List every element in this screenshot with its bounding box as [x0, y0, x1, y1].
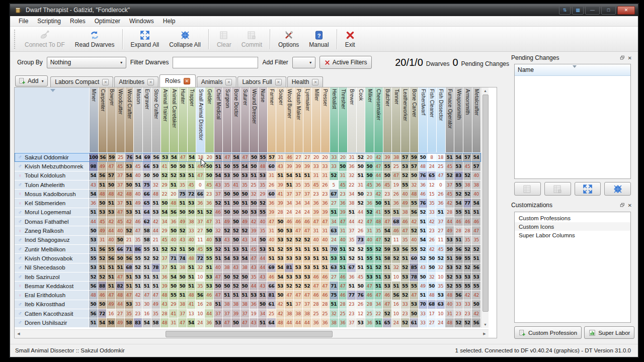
role-cell[interactable]: 24 [294, 208, 303, 217]
role-cell[interactable]: 23 [205, 190, 214, 199]
role-cell[interactable]: 52 [169, 171, 178, 180]
role-cell[interactable]: 45 [356, 273, 365, 282]
column-header-cook[interactable]: Cook [357, 87, 366, 152]
role-cell[interactable]: 50 [187, 245, 196, 254]
role-cell[interactable]: 40 [472, 190, 481, 199]
role-cell[interactable]: 35 [463, 236, 472, 245]
role-cell[interactable]: 38 [240, 263, 250, 273]
role-cell[interactable]: 53 [303, 273, 312, 282]
role-cell[interactable]: 55 [383, 208, 392, 217]
role-cell[interactable]: 41 [276, 190, 285, 199]
role-cell[interactable]: 56 [125, 254, 134, 263]
role-cell[interactable]: 47 [107, 162, 116, 171]
role-cell[interactable]: 55 [383, 162, 392, 171]
role-cell[interactable]: 66 [116, 245, 125, 254]
role-cell[interactable]: 35 [401, 236, 410, 245]
role-cell[interactable]: 54 [232, 153, 241, 162]
role-cell[interactable]: 53 [276, 236, 285, 245]
dwarf-name-cell[interactable]: ♀Tobul Koldolush [15, 171, 89, 180]
role-cell[interactable]: 31 [365, 226, 374, 235]
role-cell[interactable]: 52 [285, 236, 294, 245]
role-cell[interactable]: 50 [250, 162, 259, 171]
column-header-woodcutter[interactable]: Woodcutter [116, 87, 125, 152]
role-cell[interactable]: 46 [365, 291, 374, 300]
role-cell[interactable]: 23 [320, 190, 330, 199]
role-cell[interactable]: 48 [445, 318, 454, 327]
dwarf-row-kivish-mebzuthbomrek[interactable]: ♂Kivish Mebzuthbomrek9849474553456653415… [15, 162, 481, 171]
role-cell[interactable]: 50 [365, 171, 374, 180]
role-cell[interactable]: 64 [142, 208, 151, 217]
dwarf-name-cell[interactable]: ♀Zaneg Ralkosh [15, 226, 89, 235]
role-cell[interactable]: 51 [223, 291, 232, 300]
role-cell[interactable]: 51 [178, 291, 187, 300]
role-cell[interactable]: 50 [178, 282, 187, 291]
role-cell[interactable]: 82 [116, 282, 125, 291]
role-cell[interactable]: 48 [445, 291, 454, 300]
role-cell[interactable]: 47 [374, 236, 383, 245]
role-cell[interactable]: 36 [419, 180, 428, 190]
role-cell[interactable]: 52 [231, 282, 240, 291]
role-cell[interactable]: 54 [214, 171, 223, 180]
role-cell[interactable]: 31 [267, 171, 276, 180]
role-cell[interactable]: 54 [472, 199, 481, 208]
role-cell[interactable]: 50 [240, 190, 250, 199]
float-panel-icon[interactable] [620, 55, 625, 60]
role-cell[interactable]: 51 [463, 208, 472, 217]
role-cell[interactable]: 50 [125, 180, 134, 190]
role-cell[interactable]: 51 [187, 171, 196, 180]
role-cell[interactable]: 20 [365, 153, 374, 162]
role-cell[interactable]: 33 [134, 300, 143, 309]
role-cell[interactable]: 50 [356, 282, 365, 291]
role-cell[interactable]: 43 [250, 263, 259, 273]
role-cell[interactable]: 47 [179, 153, 188, 162]
role-cell[interactable]: 51 [134, 180, 143, 190]
role-cell[interactable]: 54 [188, 153, 197, 162]
role-cell[interactable]: 52 [419, 245, 428, 254]
tab-close-icon[interactable]: ✕ [184, 78, 190, 84]
role-cell[interactable]: 50 [169, 162, 178, 171]
role-cell[interactable]: 36 [365, 318, 374, 327]
role-cell[interactable]: 61 [410, 318, 419, 327]
role-cell[interactable]: 47 [178, 318, 187, 327]
menu-scripting[interactable]: Scripting [33, 17, 65, 26]
role-cell[interactable]: 10 [436, 273, 445, 282]
role-cell[interactable]: 47 [125, 291, 134, 300]
role-cell[interactable]: 50 [258, 300, 267, 309]
role-cell[interactable]: 50 [98, 300, 107, 309]
role-cell[interactable]: 58 [383, 254, 392, 263]
role-cell[interactable]: 51 [142, 273, 151, 282]
role-cell[interactable]: 47 [116, 273, 125, 282]
role-cell[interactable]: 37 [303, 190, 312, 199]
role-cell[interactable]: 24 [428, 162, 437, 171]
column-header-weaponsmith[interactable]: Weaponsmith [454, 87, 463, 152]
role-cell[interactable]: 53 [223, 171, 232, 180]
role-cell[interactable]: 51 [231, 291, 240, 300]
role-cell[interactable]: 35 [294, 180, 303, 190]
role-cell[interactable]: 47 [214, 291, 223, 300]
role-cell[interactable]: 41 [231, 180, 240, 190]
role-cell[interactable]: 51 [419, 226, 428, 235]
column-header-tanner[interactable]: Tanner [392, 87, 401, 152]
scroll-up-icon[interactable]: ▲ [481, 87, 489, 94]
dwarf-row-domas-fathathel[interactable]: ♂Domas Fathathel444542454246624234364938… [15, 217, 481, 226]
role-cell[interactable]: 45 [312, 180, 321, 190]
column-header-soaper[interactable]: Soaper [276, 87, 285, 152]
role-cell[interactable]: 23 [383, 190, 392, 199]
role-cell[interactable]: 34 [258, 309, 267, 318]
role-cell[interactable]: 51 [89, 208, 98, 217]
role-cell[interactable]: 74 [178, 254, 187, 263]
role-cell[interactable]: 35 [347, 236, 356, 245]
role-cell[interactable]: 32 [428, 273, 437, 282]
role-cell[interactable]: 27 [436, 226, 445, 235]
role-cell[interactable]: 52 [472, 245, 481, 254]
role-cell[interactable]: 42 [445, 199, 454, 208]
role-cell[interactable]: 66 [142, 162, 151, 171]
role-cell[interactable]: 88 [98, 282, 107, 291]
role-cell[interactable]: 50 [383, 171, 392, 180]
role-cell[interactable]: 50 [276, 291, 285, 300]
role-cell[interactable]: 56 [472, 318, 481, 327]
role-cell[interactable]: 25 [312, 309, 321, 318]
customization-item-custom-professions[interactable]: Custom Professions [515, 214, 630, 222]
role-cell[interactable]: 39 [303, 162, 312, 171]
role-cell[interactable]: 52 [463, 190, 472, 199]
